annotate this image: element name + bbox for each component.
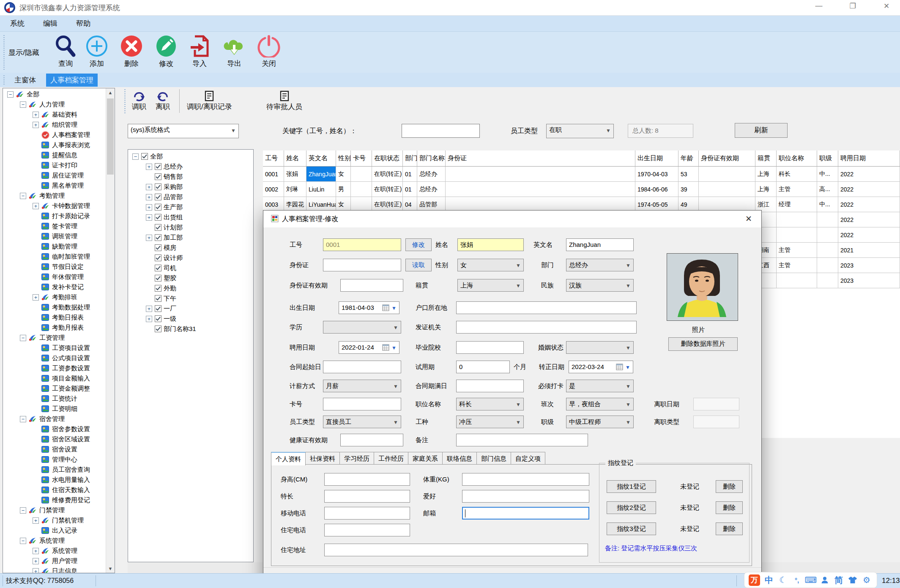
toolbar-button-add[interactable]: 添加	[81, 34, 112, 68]
dialog-tab-7[interactable]: 自定义项	[511, 452, 545, 465]
table-cell[interactable]: 中...	[817, 167, 838, 182]
checkbox-checked[interactable]	[155, 275, 161, 282]
expand-icon[interactable]: +	[146, 184, 152, 190]
fingerprint-register-button-1[interactable]: 指纹1登记	[607, 480, 656, 493]
column-header[interactable]: 籍贯	[755, 150, 777, 167]
dept-tree-item[interactable]: +采购部	[128, 182, 253, 192]
field-regular_date[interactable]: 2022-03-24▼	[569, 361, 633, 373]
dept-tree-item[interactable]: +总经办	[128, 161, 253, 172]
fingerprint-register-button-3[interactable]: 指纹3登记	[607, 522, 656, 535]
tab-0[interactable]: 主窗体	[10, 74, 40, 87]
menu-item-2[interactable]: 帮助	[76, 19, 90, 28]
dept-tree-item[interactable]: 销售部	[128, 172, 253, 182]
dept-tree-item[interactable]: +生产部	[128, 202, 253, 212]
tree-item[interactable]: 住宿天数输入	[3, 485, 115, 495]
expand-icon[interactable]: +	[146, 204, 152, 211]
table-cell[interactable]: 男	[336, 182, 351, 197]
tree-item[interactable]: 管理中心	[3, 454, 115, 465]
table-cell[interactable]: 01	[403, 167, 417, 182]
field-birth[interactable]: 1981-04-03▼	[339, 301, 399, 314]
personal-field-specialty[interactable]	[324, 490, 410, 503]
tree-item[interactable]: +系统管理	[3, 546, 115, 556]
table-cell[interactable]	[699, 167, 755, 182]
dialog-tab-2[interactable]: 学习经历	[339, 452, 374, 465]
expand-icon[interactable]: +	[33, 294, 39, 301]
table-cell[interactable]: 总经办	[417, 167, 446, 182]
toolbar-button-import[interactable]: 导入	[184, 34, 215, 68]
field-native[interactable]: 上海▼	[457, 279, 524, 292]
table-cell[interactable]	[817, 243, 838, 258]
tree-item[interactable]: 临时加班管理	[3, 252, 115, 262]
tree-item[interactable]: 员工宿舍查询	[3, 465, 115, 475]
voice-icon[interactable]: °,	[792, 577, 802, 584]
expand-icon[interactable]: +	[146, 306, 152, 312]
tree-item[interactable]: 考勤数据处理	[3, 302, 115, 312]
table-cell[interactable]: 张娟	[284, 167, 306, 182]
field-household[interactable]	[456, 301, 637, 314]
personal-field-height[interactable]	[324, 473, 410, 486]
collapse-icon[interactable]: −	[20, 507, 26, 514]
field-emp_no[interactable]: 0001	[323, 238, 401, 251]
checkbox-checked[interactable]	[155, 234, 161, 241]
subtoolbar-0[interactable]: 调职	[132, 90, 146, 112]
field-name[interactable]: 张娟	[457, 238, 524, 251]
toolbar-button-power[interactable]: 关闭	[253, 34, 284, 68]
expand-icon[interactable]: +	[33, 548, 39, 554]
dialog-tab-0[interactable]: 个人资料	[271, 452, 306, 465]
refresh-button[interactable]: 刷新	[735, 123, 788, 138]
table-cell[interactable]: 2022	[838, 212, 900, 227]
expand-icon[interactable]: +	[33, 203, 39, 209]
collapse-icon[interactable]: −	[20, 538, 26, 544]
field-id_card[interactable]	[323, 259, 401, 271]
minimize-button[interactable]: —	[813, 2, 825, 11]
table-cell[interactable]: 经理	[777, 197, 817, 212]
employee-type-select[interactable]: 在职 ▼	[546, 124, 614, 138]
table-cell[interactable]	[446, 182, 635, 197]
tree-item[interactable]: 发补卡登记	[3, 282, 115, 292]
delete-photo-button[interactable]: 删除数据库照片	[668, 337, 738, 351]
dept-tree-item[interactable]: +品管部	[128, 192, 253, 202]
checkbox-checked[interactable]	[155, 315, 161, 322]
checkbox-checked[interactable]	[155, 295, 161, 302]
restore-button[interactable]: ❐	[847, 2, 859, 11]
toolbar-button-edit[interactable]: 修改	[150, 34, 182, 68]
field-id_valid[interactable]	[340, 279, 403, 292]
table-cell[interactable]	[777, 227, 817, 243]
dialog-close-icon[interactable]: ✕	[745, 214, 752, 224]
table-cell[interactable]: 0001	[263, 167, 284, 182]
dept-tree-item[interactable]: 下午	[128, 293, 253, 304]
field-pay_mode[interactable]: 月薪▼	[323, 380, 401, 392]
field-dept[interactable]: 总经办▼	[566, 259, 634, 271]
tab-1[interactable]: 人事档案管理	[46, 74, 98, 87]
checkbox-checked[interactable]	[155, 214, 161, 221]
column-header[interactable]: 部门	[403, 150, 417, 167]
tree-item[interactable]: 居住证管理	[3, 170, 115, 181]
tree-item[interactable]: 考勤月报表	[3, 323, 115, 333]
person-icon[interactable]	[820, 576, 830, 584]
table-cell[interactable]: 2022	[838, 167, 900, 182]
table-cell[interactable]: 中...	[817, 197, 838, 212]
table-cell[interactable]: 主管	[777, 182, 817, 197]
menu-item-0[interactable]: 系统	[10, 19, 25, 28]
field-card_no[interactable]	[323, 398, 401, 410]
table-cell[interactable]: 总经办	[417, 182, 446, 197]
close-button[interactable]: ✕	[881, 2, 892, 11]
expand-icon[interactable]: +	[33, 517, 39, 524]
table-cell[interactable]: 在职(转正)	[372, 182, 403, 197]
field-eng_name[interactable]: ZhangJuan	[566, 238, 634, 251]
dept-tree-item[interactable]: 塑胶	[128, 273, 253, 283]
table-cell[interactable]: ZhangJuan	[306, 167, 336, 182]
tree-item[interactable]: 公式项目设置	[3, 353, 115, 363]
toolbar-button-delete[interactable]: 删除	[116, 34, 147, 68]
tree-item[interactable]: −宿舍管理	[3, 414, 115, 424]
table-cell[interactable]: 0002	[263, 182, 284, 197]
expand-icon[interactable]: +	[33, 568, 39, 574]
column-header[interactable]: 身份证	[446, 150, 635, 167]
table-cell[interactable]: 2023	[838, 273, 900, 288]
fingerprint-register-button-2[interactable]: 指纹2登记	[607, 501, 656, 514]
ime-chinese[interactable]: 中	[764, 574, 774, 586]
tree-item[interactable]: 年休假管理	[3, 272, 115, 282]
tree-item[interactable]: 签卡管理	[3, 221, 115, 231]
table-cell[interactable]: 2022	[838, 197, 900, 212]
checkbox-checked[interactable]	[155, 194, 161, 200]
